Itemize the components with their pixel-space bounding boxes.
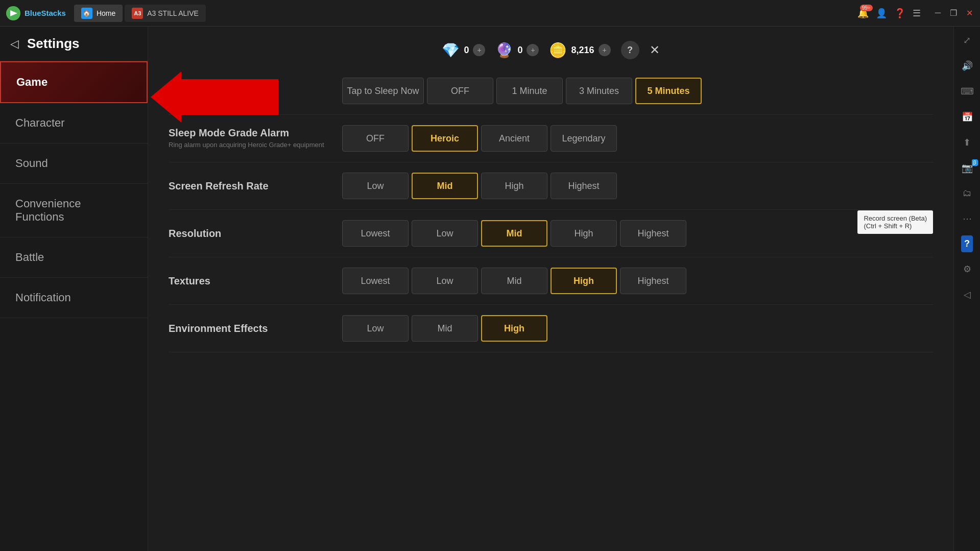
res-highest-button[interactable]: Highest — [620, 220, 686, 247]
gear-icon[interactable]: ⚙ — [960, 260, 974, 278]
close-settings-button[interactable]: ✕ — [650, 43, 660, 57]
sleep-off-button[interactable]: OFF — [427, 78, 493, 104]
alarm-ancient-button[interactable]: Ancient — [481, 125, 547, 152]
sidebar-nav: Game Character Sound Convenience Functio… — [0, 61, 148, 551]
sidebar-item-convenience[interactable]: Convenience Functions — [0, 184, 148, 237]
top-bar-right: 🔔 99+ 👤 ❓ ☰ ─ ❐ ✕ — [857, 8, 975, 19]
notification-bell[interactable]: 🔔 99+ — [857, 8, 869, 19]
refresh-rate-row: Screen Refresh Rate Low Mid High Highest — [169, 162, 933, 210]
content-wrapper: 💎 0 + 🔮 0 + 🪙 8,216 + ? ✕ — [169, 37, 933, 352]
refresh-highest-button[interactable]: Highest — [551, 173, 617, 199]
sidebar-item-notification[interactable]: Notification — [0, 278, 148, 318]
upload-icon[interactable]: ⬆ — [960, 134, 974, 151]
refresh-rate-label-wrap: Screen Refresh Rate — [169, 180, 342, 192]
alarm-heroic-button[interactable]: Heroic — [412, 125, 478, 152]
add-gem-button[interactable]: + — [473, 44, 485, 56]
sleep-alarm-label-wrap: Sleep Mode Grade Alarm Ring alarm upon a… — [169, 127, 342, 150]
right-panel: ⤢ 🔊 ⌨ 📅 ⬆ 📷 β 🗂 ⋯ ? ⚙ ◁ — [953, 27, 980, 551]
fullscreen-icon[interactable]: ⤢ — [960, 32, 974, 49]
sound-nav-label: Sound — [15, 157, 48, 170]
refresh-rate-options: Low Mid High Highest — [342, 173, 933, 199]
sidebar-item-game[interactable]: Game — [0, 61, 148, 103]
refresh-low-button[interactable]: Low — [342, 173, 409, 199]
question-icon[interactable]: ? — [961, 235, 973, 252]
res-mid-button[interactable]: Mid — [481, 220, 547, 247]
fx-low-button[interactable]: Low — [342, 315, 409, 342]
sleep-alarm-title: Sleep Mode Grade Alarm — [169, 127, 342, 139]
sleep-1min-button[interactable]: 1 Minute — [496, 78, 563, 104]
calendar-icon[interactable]: 📅 — [959, 108, 976, 126]
sleep-5min-button[interactable]: 5 Minutes — [635, 78, 702, 104]
logo-text: BlueStacks — [25, 9, 66, 17]
tex-high-button[interactable]: High — [551, 268, 617, 294]
tex-low-button[interactable]: Low — [412, 268, 478, 294]
refresh-high-button[interactable]: High — [481, 173, 547, 199]
refresh-mid-button[interactable]: Mid — [412, 173, 478, 199]
tooltip-shortcut: (Ctrl + Shift + R) — [864, 222, 927, 230]
camera-icon[interactable]: 📷 β — [959, 159, 976, 177]
menu-icon[interactable]: ☰ — [913, 8, 921, 19]
effects-label-wrap: Environment Effects — [169, 323, 342, 334]
tex-mid-button[interactable]: Mid — [481, 268, 547, 294]
settings-title: Settings — [27, 36, 80, 52]
resolution-title: Resolution — [169, 228, 342, 239]
add-coin-button[interactable]: + — [599, 44, 611, 56]
volume-icon[interactable]: 🔊 — [959, 57, 976, 75]
textures-label-wrap: Textures — [169, 275, 342, 287]
record-screen-tooltip: Record screen (Beta) (Ctrl + Shift + R) — [857, 210, 933, 234]
res-low-button[interactable]: Low — [412, 220, 478, 247]
coin-item: 🪙 8,216 + — [549, 42, 610, 59]
convenience-nav-label: Convenience Functions — [15, 197, 81, 223]
resolution-row: Resolution Lowest Low Mid High Highest — [169, 210, 933, 257]
dots-icon[interactable]: ⋯ — [960, 210, 975, 227]
keyboard-icon[interactable]: ⌨ — [958, 83, 977, 100]
minimize-button[interactable]: ─ — [933, 8, 943, 18]
effects-options: Low Mid High — [342, 315, 933, 342]
textures-title: Textures — [169, 275, 342, 287]
coin-value: 8,216 — [571, 45, 594, 56]
help-icon[interactable]: ❓ — [894, 8, 905, 19]
fx-high-button[interactable]: High — [481, 315, 547, 342]
sleep-3min-button[interactable]: 3 Minutes — [566, 78, 632, 104]
tex-highest-button[interactable]: Highest — [620, 268, 686, 294]
maximize-button[interactable]: ❐ — [948, 8, 959, 18]
sleep-alarm-desc: Ring alarm upon acquiring Heroic Grade+ … — [169, 141, 342, 150]
back-button[interactable]: ◁ — [10, 37, 19, 51]
sidebar-item-battle[interactable]: Battle — [0, 237, 148, 278]
alarm-legendary-button[interactable]: Legendary — [551, 125, 617, 152]
sleep-alarm-row: Sleep Mode Grade Alarm Ring alarm upon a… — [169, 115, 933, 162]
gem-item: 💎 0 + — [442, 42, 485, 59]
sleep-timer-options: Tap to Sleep Now OFF 1 Minute 3 Minutes … — [342, 78, 933, 104]
crystal-value: 0 — [517, 45, 522, 56]
bluestacks-logo: BlueStacks — [5, 5, 66, 21]
res-lowest-button[interactable]: Lowest — [342, 220, 409, 247]
settings-header: ◁ Settings — [0, 27, 148, 61]
game-tab-icon: A3 — [132, 8, 143, 19]
coin-icon: 🪙 — [549, 42, 567, 59]
top-bar: BlueStacks 🏠 Home A3 A3 STILL ALIVE 🔔 99… — [0, 0, 980, 27]
tex-lowest-button[interactable]: Lowest — [342, 268, 409, 294]
alarm-off-button[interactable]: OFF — [342, 125, 409, 152]
sidebar-item-character[interactable]: Character — [0, 103, 148, 143]
sidebar-item-sound[interactable]: Sound — [0, 143, 148, 184]
fx-mid-button[interactable]: Mid — [412, 315, 478, 342]
layers-icon[interactable]: 🗂 — [960, 185, 975, 202]
user-icon[interactable]: 👤 — [876, 8, 887, 19]
resolution-label-wrap: Resolution — [169, 228, 342, 239]
window-controls: ─ ❐ ✕ — [933, 8, 975, 18]
sleep-tap-button[interactable]: Tap to Sleep Now — [342, 78, 424, 104]
battle-nav-label: Battle — [15, 251, 44, 263]
sidebar: ◁ Settings Game Character Sound Convenie… — [0, 27, 148, 551]
tab-game-label: A3 STILL ALIVE — [147, 9, 199, 17]
tab-home-label: Home — [97, 9, 115, 17]
tab-home[interactable]: 🏠 Home — [74, 5, 123, 22]
gem-value: 0 — [464, 45, 469, 56]
gem-icon: 💎 — [442, 42, 460, 59]
res-high-button[interactable]: High — [551, 220, 617, 247]
effects-row: Environment Effects Low Mid High — [169, 305, 933, 352]
help-button[interactable]: ? — [621, 41, 639, 59]
close-window-button[interactable]: ✕ — [964, 8, 975, 18]
add-crystal-button[interactable]: + — [527, 44, 539, 56]
back-nav-icon[interactable]: ◁ — [961, 286, 974, 303]
tab-game[interactable]: A3 A3 STILL ALIVE — [125, 5, 206, 22]
